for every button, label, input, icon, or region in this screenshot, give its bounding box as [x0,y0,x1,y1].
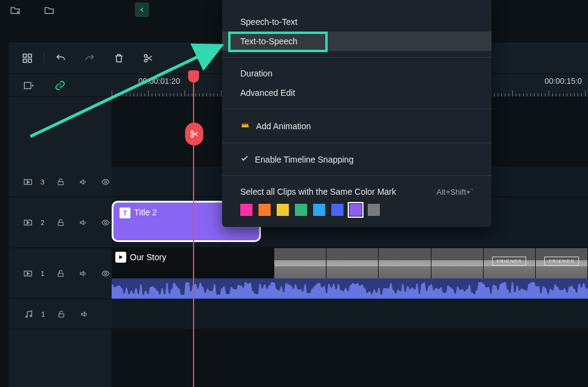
svg-point-19 [25,315,27,317]
track-head-1: 1 [8,248,112,298]
video-thumbnail [379,248,431,278]
menu-speech-to-text-label: Speech-to-Text [240,17,297,27]
svg-rect-10 [58,181,63,184]
track-1-number: 1 [41,270,44,277]
menu-separator [222,175,492,176]
svg-rect-21 [59,314,64,317]
menu-add-animation[interactable]: Add Animation [222,115,492,136]
audio-track-lane[interactable] [112,299,588,329]
svg-rect-16 [58,273,63,276]
cut-badge-icon[interactable] [185,123,203,146]
separator [44,53,44,64]
menu-text-to-speech-label: Text-to-Speech [240,36,297,46]
menu-shortcut: Alt+Shift+` [436,187,473,197]
timecode-right: 00:00:15:0 [545,76,582,86]
eye-icon[interactable] [99,175,112,189]
audio-icon[interactable] [76,267,89,280]
svg-rect-13 [58,222,63,225]
thumbnail-label: FRIENDS [492,257,526,266]
track-head-3: 3 [8,167,112,197]
link-icon[interactable] [53,79,67,92]
color-swatches [222,201,492,216]
text-clip-icon: T [120,207,130,218]
menu-select-color-mark[interactable]: Select all Clips with the Same Color Mar… [222,182,492,201]
svg-point-4 [144,55,147,58]
split-icon[interactable] [141,52,155,65]
menu-duration-label: Duration [240,69,272,78]
video-clip-label: Our Story [130,252,166,262]
color-swatch[interactable] [331,204,343,216]
menu-timeline-snapping-label: Enable Timeline Snapping [255,155,354,164]
new-folder-icon[interactable] [8,4,22,17]
audio-track-number: 1 [41,311,45,318]
svg-rect-6 [24,82,31,89]
color-swatch[interactable] [350,204,362,216]
unlock-icon[interactable] [54,216,67,229]
color-swatch[interactable] [259,204,271,216]
svg-rect-2 [23,59,26,62]
unlock-icon[interactable] [54,267,67,280]
svg-point-17 [104,272,107,275]
play-icon [115,252,126,263]
thumbnail-label: FRIENDS [544,257,578,266]
svg-point-8 [191,135,194,137]
menu-advanced-edit-label: Advanced Edit [240,88,295,98]
video-thumbnail: FRIENDS [484,248,536,278]
eye-icon[interactable] [99,267,112,280]
music-track-icon [22,308,35,321]
track-2-number: 2 [41,219,44,226]
svg-point-20 [30,315,32,317]
unlock-icon[interactable] [54,175,67,189]
menu-duration[interactable]: Duration [222,64,492,83]
track-head-2: 2 [8,197,112,247]
color-swatch[interactable] [277,204,289,216]
redo-icon[interactable] [83,52,96,65]
svg-point-7 [191,131,194,133]
menu-select-color-mark-label: Select all Clips with the Same Color Mar… [240,187,396,197]
context-menu: Speech-to-Text Text-to-Speech Duration A… [222,0,492,227]
track-head-empty [8,329,112,387]
svg-point-14 [104,221,107,224]
check-icon [240,154,249,164]
collapse-panel-button[interactable] [135,2,149,17]
video-thumbnail: FRIENDS [536,248,588,278]
audio-icon[interactable] [76,216,89,229]
timecode-left: 00:00:01:20 [138,76,180,86]
color-swatch[interactable] [240,204,252,216]
menu-separator [222,57,492,58]
dashboard-icon[interactable] [21,52,34,65]
video-track-icon [22,267,35,280]
audio-icon[interactable] [76,175,89,189]
title-clip-label: Title 2 [134,207,157,217]
menu-speech-to-text[interactable]: Speech-to-Text [222,12,492,32]
track-head-audio: 1 [8,299,112,329]
empty-lane[interactable] [112,329,588,387]
unlock-icon[interactable] [55,308,68,321]
menu-add-animation-label: Add Animation [256,121,311,131]
svg-point-11 [104,181,107,183]
video-track-icon [22,175,35,189]
playhead[interactable] [193,74,194,387]
color-swatch[interactable] [295,204,307,216]
video-thumbnail [326,248,379,278]
delete-icon[interactable] [112,52,126,65]
svg-point-5 [144,59,147,62]
menu-advanced-edit[interactable]: Advanced Edit [222,83,492,103]
undo-icon[interactable] [54,52,67,65]
color-swatch[interactable] [368,204,380,216]
eye-icon[interactable] [99,216,112,229]
svg-rect-0 [23,54,26,57]
menu-separator [222,143,492,143]
track-1-lane[interactable]: Our Story FRIENDSFRIENDS [112,248,588,298]
crown-icon [240,120,250,132]
video-thumbnail [274,248,326,278]
menu-text-to-speech[interactable]: Text-to-Speech [222,32,492,51]
color-swatch[interactable] [313,204,325,216]
track-head-spacer [8,97,112,167]
audio-waveform[interactable] [112,278,588,299]
menu-timeline-snapping[interactable]: Enable Timeline Snapping [222,149,492,169]
add-track-icon[interactable] [22,79,35,92]
folder-icon[interactable] [42,4,56,17]
audio-icon[interactable] [78,308,91,321]
video-clip[interactable]: Our Story FRIENDSFRIENDS [112,248,588,278]
